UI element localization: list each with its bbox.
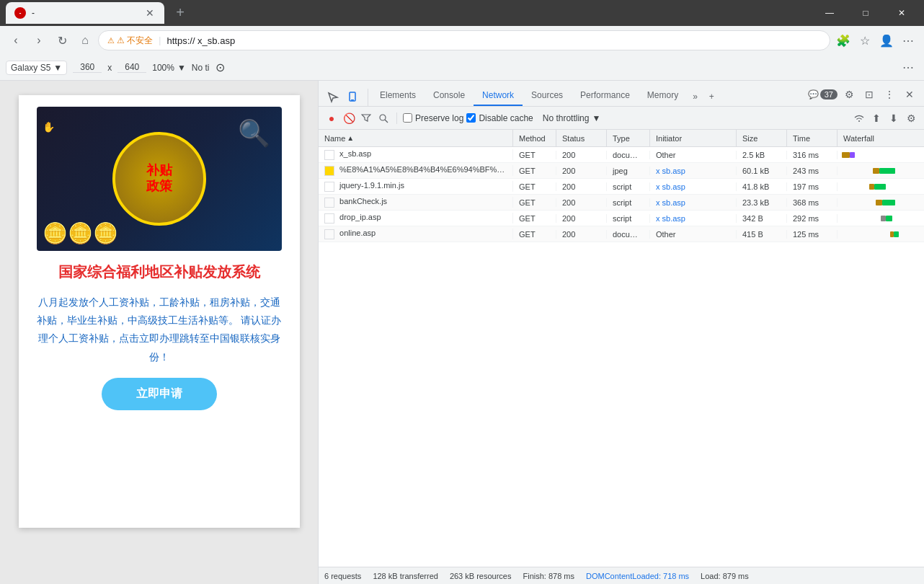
cell-name: jquery-1.9.1.min.js <box>319 181 513 191</box>
active-tab[interactable]: - - ✕ <box>6 2 164 24</box>
wf-waiting-bar <box>876 200 882 205</box>
devtools-tabs: Elements Console Network Sources Perform… <box>319 81 924 107</box>
hand-icon: ✋ <box>43 121 55 133</box>
filter-button[interactable] <box>359 111 373 125</box>
device-mode-button[interactable] <box>345 89 362 106</box>
transferred-size: 128 kB transferred <box>373 572 438 580</box>
disable-cache-checkbox[interactable] <box>466 113 476 123</box>
cell-initiator-link[interactable]: x sb.asp <box>650 182 737 191</box>
tab-performance[interactable]: Performance <box>572 86 639 106</box>
cell-initiator-link[interactable]: x sb.asp <box>650 198 737 207</box>
table-row[interactable]: drop_ip.asp GET 200 script x sb.asp 342 … <box>319 211 924 226</box>
network-settings-button[interactable]: ⚙ <box>904 111 918 125</box>
responsive-icon: ⊙ <box>216 61 225 74</box>
col-header-status[interactable]: Status <box>556 130 607 146</box>
col-header-method[interactable]: Method <box>513 130 556 146</box>
import-button[interactable]: ⬆ <box>869 111 884 125</box>
wf-waiting-bar <box>842 152 850 158</box>
wf-waiting-bar <box>869 184 874 190</box>
file-icon <box>324 213 334 224</box>
cell-status: 200 <box>556 198 607 207</box>
tab-favicon: - <box>14 7 26 19</box>
col-header-waterfall[interactable]: Waterfall <box>838 130 924 146</box>
more-options-button[interactable]: ⋯ <box>898 58 918 78</box>
webpage-preview: 🪙🪙🪙 🔍 补贴 政策 ✋ 国家综合福利地区补贴发放系统 八月起发放个人工资补贴… <box>0 81 318 584</box>
col-header-size[interactable]: Size <box>737 130 787 146</box>
devtools-dock-button[interactable]: ⊡ <box>861 86 878 103</box>
tab-console[interactable]: Console <box>425 86 474 106</box>
tab-sources[interactable]: Sources <box>523 86 572 106</box>
address-bar[interactable]: ⚠ ⚠ 不安全 | https:// x_sb.asp <box>98 30 830 50</box>
throttle-label: No throttling <box>543 113 590 123</box>
record-button[interactable]: ● <box>324 111 339 125</box>
apply-button[interactable]: 立即申请 <box>102 378 217 410</box>
profile-button[interactable]: 👤 <box>876 30 897 50</box>
preserve-log-checkbox[interactable] <box>403 113 412 123</box>
cell-initiator-link[interactable]: x sb.asp <box>650 214 737 223</box>
nav-right: 🧩 ☆ 👤 ⋯ <box>833 30 918 50</box>
table-row[interactable]: bankCheck.js GET 200 script x sb.asp 23.… <box>319 195 924 211</box>
table-row[interactable]: %E8%A1%A5%E8%B4%B4%E6%94%BF%E7%… GET 200… <box>319 163 924 179</box>
col-header-type[interactable]: Type <box>607 130 650 146</box>
back-button[interactable]: ‹ <box>6 30 26 50</box>
search-button[interactable] <box>376 111 391 125</box>
table-row[interactable]: jquery-1.9.1.min.js GET 200 script x sb.… <box>319 179 924 195</box>
cell-waterfall <box>838 226 924 242</box>
network-toolbar: ● 🚫 Preserve log Disable cache No thrott… <box>319 107 924 130</box>
favorites-button[interactable]: ☆ <box>855 30 875 50</box>
cell-time: 316 ms <box>787 151 838 159</box>
resources-size: 263 kB resources <box>450 572 512 580</box>
add-tab-button[interactable]: + <box>703 87 720 106</box>
new-tab-button[interactable]: + <box>170 2 190 22</box>
waterfall-bar <box>840 231 921 237</box>
device-toolbar: Galaxy S5 ▼ x 100% ▼ No ti ⊙ ⋯ <box>0 55 924 81</box>
promo-circle: 补贴 政策 <box>112 132 206 226</box>
svg-point-4 <box>858 120 860 122</box>
devtools-settings-button[interactable]: ⚙ <box>840 86 858 103</box>
preserve-log-label[interactable]: Preserve log <box>403 113 463 123</box>
width-input[interactable] <box>73 62 102 73</box>
export-button[interactable]: ⬇ <box>887 111 901 125</box>
cell-initiator: Other <box>650 230 737 239</box>
dom-content-loaded[interactable]: DOMContentLoaded: 718 ms <box>586 572 689 580</box>
zoom-selector[interactable]: 100% ▼ <box>152 63 186 73</box>
minimize-button[interactable]: — <box>813 1 846 25</box>
more-tabs-button[interactable]: » <box>687 87 703 106</box>
col-header-name[interactable]: Name ▲ <box>319 130 513 146</box>
tab-close-button[interactable]: ✕ <box>144 7 156 19</box>
device-dropdown-icon: ▼ <box>53 63 62 73</box>
table-row[interactable]: online.asp GET 200 docu… Other 415 B 125… <box>319 226 924 242</box>
extensions-button[interactable]: 🧩 <box>833 30 853 50</box>
cell-initiator-link[interactable]: x sb.asp <box>650 167 737 175</box>
clear-button[interactable]: 🚫 <box>342 111 356 125</box>
device-selector[interactable]: Galaxy S5 ▼ <box>6 61 67 75</box>
tab-network[interactable]: Network <box>474 86 523 106</box>
menu-button[interactable]: ⋯ <box>898 30 918 50</box>
disable-cache-label[interactable]: Disable cache <box>466 113 533 123</box>
maximize-button[interactable]: □ <box>849 1 882 25</box>
throttle-selector[interactable]: No throttling ▼ <box>536 111 608 125</box>
inspect-element-button[interactable] <box>324 89 342 106</box>
cell-type: docu… <box>607 151 650 159</box>
address-text[interactable]: https:// x_sb.asp <box>166 35 821 46</box>
zoom-dropdown-icon: ▼ <box>177 63 186 73</box>
cell-method: GET <box>513 167 556 175</box>
requests-count: 6 requests <box>324 572 361 580</box>
devtools-close-button[interactable]: ✕ <box>901 86 918 103</box>
forward-button[interactable]: › <box>29 30 49 50</box>
col-header-time[interactable]: Time <box>787 130 838 146</box>
reload-button[interactable]: ↻ <box>52 30 72 50</box>
cell-type: script <box>607 198 650 207</box>
table-row[interactable]: x_sb.asp GET 200 docu… Other 2.5 kB 316 … <box>319 147 924 163</box>
home-button[interactable]: ⌂ <box>75 30 95 50</box>
tab-memory[interactable]: Memory <box>639 86 687 106</box>
col-header-initiator[interactable]: Initiator <box>650 130 737 146</box>
cell-method: GET <box>513 198 556 207</box>
devtools-more-button[interactable]: ⋮ <box>881 86 898 103</box>
promo-text-line2: 政策 <box>146 179 172 195</box>
tab-elements[interactable]: Elements <box>371 86 425 106</box>
close-button[interactable]: ✕ <box>885 1 918 25</box>
cell-size: 60.1 kB <box>737 167 787 175</box>
height-input[interactable] <box>117 62 146 73</box>
cell-type: script <box>607 214 650 223</box>
